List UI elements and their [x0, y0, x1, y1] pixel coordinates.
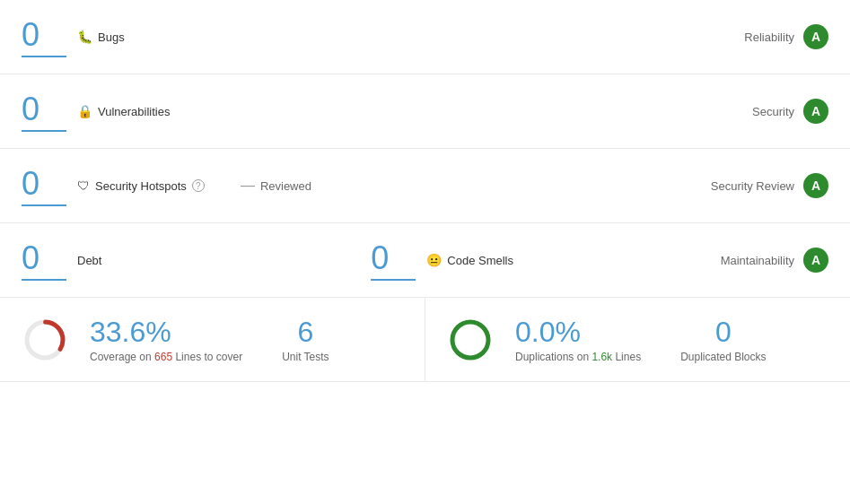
lock-icon: 🔒: [77, 104, 92, 118]
bottom-row: 33.6% Coverage on 665 Lines to cover 6 U…: [0, 298, 850, 382]
vulnerabilities-metric: 0 🔒 Vulnerabilities: [22, 91, 752, 132]
vulnerabilities-value[interactable]: 0: [22, 91, 66, 132]
bugs-badge[interactable]: A: [803, 24, 828, 49]
reviewed-section: — Reviewed: [241, 178, 311, 194]
vulnerabilities-badge[interactable]: A: [803, 99, 828, 124]
bugs-value[interactable]: 0: [22, 16, 66, 57]
coverage-stats: 33.6% Coverage on 665 Lines to cover: [90, 316, 242, 363]
maintainability-category: Maintainability: [721, 254, 794, 267]
code-smells-value[interactable]: 0: [371, 239, 416, 281]
vulnerabilities-row: 0 🔒 Vulnerabilities Security A: [0, 74, 850, 149]
debt-value[interactable]: 0: [22, 239, 66, 281]
security-hotspots-right: Security Review A: [711, 173, 828, 198]
coverage-lines-count[interactable]: 665: [154, 351, 172, 363]
code-smells-metric: 0 😐 Code Smells: [371, 239, 720, 281]
security-hotspots-category: Security Review: [711, 179, 794, 193]
maintainability-right: Maintainability A: [721, 248, 828, 273]
unit-tests-count[interactable]: 6: [297, 316, 313, 349]
duplications-stats: 0.0% Duplications on 1.6k Lines: [515, 316, 641, 363]
bugs-row: 0 🐛 Bugs Reliability A: [0, 0, 850, 74]
duplicated-blocks-count[interactable]: 0: [715, 316, 732, 349]
code-smells-icon: 😐: [426, 253, 442, 267]
maintainability-row: 0 Debt 0 😐 Code Smells Maintainability A: [0, 223, 850, 298]
debt-label: Debt: [77, 254, 101, 267]
unit-tests-section: 6 Unit Tests: [282, 316, 329, 363]
security-hotspots-label: 🛡 Security Hotspots ?: [77, 178, 205, 193]
duplications-percent[interactable]: 0.0%: [515, 316, 641, 349]
dash-icon: —: [241, 178, 253, 194]
duplications-sublabel: Duplications on 1.6k Lines: [515, 351, 641, 363]
vulnerabilities-label: 🔒 Vulnerabilities: [77, 104, 170, 118]
shield-icon: 🛡: [77, 178, 90, 193]
code-smells-label: 😐 Code Smells: [426, 253, 513, 267]
bugs-right: Reliability A: [744, 24, 828, 49]
maintainability-badge[interactable]: A: [803, 248, 828, 273]
duplications-lines-count[interactable]: 1.6k: [591, 351, 612, 363]
coverage-sublabel: Coverage on 665 Lines to cover: [90, 351, 242, 363]
vulnerabilities-right: Security A: [752, 99, 828, 124]
main-container: 0 🐛 Bugs Reliability A 0 🔒 Vulnerabiliti…: [0, 0, 850, 382]
security-hotspots-badge[interactable]: A: [803, 173, 828, 198]
reviewed-label: Reviewed: [260, 179, 311, 193]
bugs-label: 🐛 Bugs: [77, 30, 125, 44]
coverage-donut: [22, 317, 68, 363]
duplications-donut: [447, 317, 494, 363]
security-hotspots-value[interactable]: 0: [22, 165, 66, 206]
security-hotspots-metric: 0 🛡 Security Hotspots ? — Reviewed: [22, 165, 711, 206]
unit-tests-label: Unit Tests: [282, 351, 329, 363]
coverage-panel: 33.6% Coverage on 665 Lines to cover 6 U…: [0, 298, 425, 381]
bugs-category: Reliability: [744, 30, 794, 44]
coverage-percent[interactable]: 33.6%: [90, 316, 242, 349]
debt-metric: 0 Debt: [22, 239, 371, 281]
duplicated-blocks-label: Duplicated Blocks: [680, 351, 766, 363]
bug-icon: 🐛: [77, 30, 92, 44]
security-hotspots-row: 0 🛡 Security Hotspots ? — Reviewed Secur…: [0, 149, 850, 223]
duplicated-blocks-section: 0 Duplicated Blocks: [680, 316, 766, 363]
help-icon[interactable]: ?: [192, 179, 205, 192]
bugs-metric: 0 🐛 Bugs: [22, 16, 744, 57]
vulnerabilities-category: Security: [752, 105, 794, 118]
duplications-panel: 0.0% Duplications on 1.6k Lines 0 Duplic…: [425, 298, 850, 381]
svg-point-2: [452, 322, 488, 358]
